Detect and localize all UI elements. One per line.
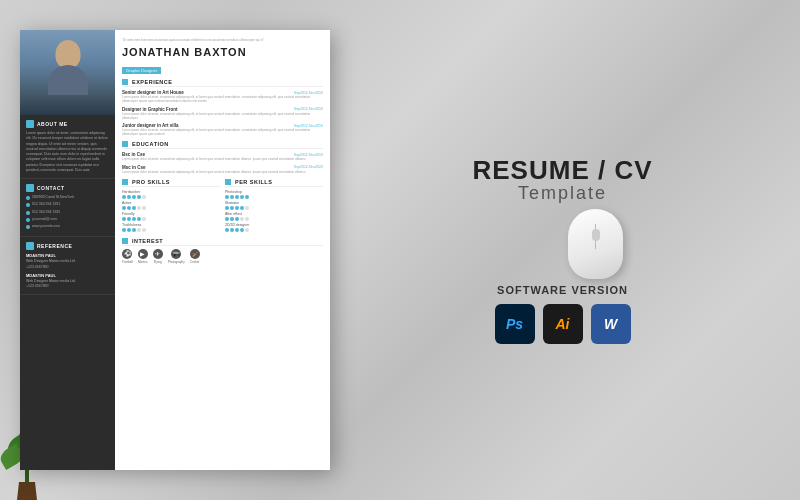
per-skills-col: PER SKILLS Photoshop Illustrato — [225, 179, 323, 234]
edu1-desc: Lorem ipsum dolor sit amet, consectetur … — [122, 157, 323, 161]
contact-website-text: www.yoursite.com — [32, 224, 60, 229]
dot — [230, 195, 234, 199]
dot — [142, 228, 146, 232]
dot — [127, 217, 131, 221]
dot — [122, 206, 126, 210]
cv-sidebar: ABOUT ME Lorem ipsum dolor sit amet, con… — [20, 30, 115, 470]
dot — [122, 195, 126, 199]
interest-1-label: Football — [122, 260, 133, 264]
pro-skill-4-dots — [122, 228, 220, 232]
skills-row: PRO SKILLS Hardworker Active — [122, 179, 323, 234]
pro-skill-2-dots — [122, 206, 220, 210]
per-skill-4-name: 2D/3D designer — [225, 223, 323, 227]
interest-row: ⚽ Football ▶ Movies ✈ Flying 📷 Photograp… — [122, 249, 323, 264]
dot — [225, 206, 229, 210]
title-block: RESUME / CV Template — [472, 157, 652, 204]
cv-document: ABOUT ME Lorem ipsum dolor sit amet, con… — [20, 30, 330, 470]
software-icons: Ps Ai W — [495, 304, 631, 344]
photo-icon: 📷 — [171, 249, 181, 259]
interest-3-label: Flying — [154, 260, 162, 264]
contact-email: your.mail@.com — [26, 217, 109, 222]
interest-item-3: ✈ Flying — [153, 249, 163, 264]
contact-phone2-text: 012 304 394 3335 — [32, 210, 60, 215]
interest-item-5: 🏏 Cricket — [190, 249, 200, 264]
dot — [245, 228, 249, 232]
interest-item-1: ⚽ Football — [122, 249, 133, 264]
per-skill-3-dots — [225, 217, 323, 221]
dot — [245, 195, 249, 199]
education-header: EDUCATION — [122, 141, 323, 149]
contact-phone1: 012 304 394 3291 — [26, 202, 109, 207]
flying-icon: ✈ — [153, 249, 163, 259]
ps-abbr: Ps — [506, 316, 523, 332]
exp1-desc: Lorem ipsum dolor sit amet, consectetur … — [122, 95, 323, 103]
dot — [225, 217, 229, 221]
pro-skill-3-name: Friendly — [122, 212, 220, 216]
cv-name: JONATHAN BAXTON — [122, 46, 323, 58]
dot — [132, 206, 136, 210]
interest-2-label: Movies — [138, 260, 148, 264]
main-content: ABOUT ME Lorem ipsum dolor sit amet, con… — [0, 0, 800, 500]
sidebar-about: ABOUT ME Lorem ipsum dolor sit amet, con… — [20, 115, 115, 179]
edu-item-2: Msc in Cse Sep2012-Nov2020 Lorem ipsum d… — [122, 165, 323, 174]
contact-dot-4 — [26, 218, 30, 222]
mouse-body — [568, 209, 623, 279]
about-title-row: ABOUT ME — [26, 120, 109, 128]
dot — [137, 195, 141, 199]
cv-photo-person — [20, 30, 115, 115]
w-abbr: W — [604, 316, 617, 332]
dot — [137, 217, 141, 221]
ref-item-1: MDASTIN PAUL Web Designer Matrix media L… — [26, 253, 109, 270]
dot — [137, 206, 141, 210]
exp-item-2: Designer in Graphic Front Sep2012-Nov201… — [122, 107, 323, 120]
ref-icon — [26, 242, 34, 250]
per-skill-2-dots — [225, 206, 323, 210]
dot — [245, 217, 249, 221]
pro-skill-4: Truthfulness — [122, 223, 220, 232]
cv-photo — [20, 30, 115, 115]
software-section: SOFTWARE VERSION Ps Ai W — [495, 284, 631, 344]
edu2-date: Sep2012-Nov2020 — [294, 165, 323, 169]
exp3-desc: Lorem ipsum dolor sit amet, consectetur … — [122, 128, 323, 136]
exp-item-1: Senior designer in Art House Sep2012-Nov… — [122, 90, 323, 103]
dot — [132, 228, 136, 232]
exp2-desc: Lorem ipsum dolor sit amet, consectetur … — [122, 112, 323, 120]
per-skill-4: 2D/3D designer — [225, 223, 323, 232]
contact-address: 580/900 Canal St,NewYork — [26, 195, 109, 200]
pro-skill-3-dots — [122, 217, 220, 221]
contact-dot-1 — [26, 196, 30, 200]
ai-abbr: Ai — [556, 316, 570, 332]
contact-website: www.yoursite.com — [26, 224, 109, 229]
template-subtitle: Template — [472, 183, 652, 204]
dot — [230, 217, 234, 221]
football-icon: ⚽ — [122, 249, 132, 259]
dot — [240, 217, 244, 221]
cv-quote: "Ut meis meis hornoena accumsan quas acc… — [122, 38, 323, 42]
interest-icon — [122, 238, 128, 244]
edu2-desc: Lorem ipsum dolor sit amet, consectetur … — [122, 170, 323, 174]
cricket-icon: 🏏 — [190, 249, 200, 259]
dot — [132, 217, 136, 221]
per-skill-1-dots — [225, 195, 323, 199]
dot — [142, 195, 146, 199]
contact-title-row: CONTACT — [26, 184, 109, 192]
per-skill-4-dots — [225, 228, 323, 232]
right-panel: RESUME / CV Template SOFTWARE VERSION Ps… — [345, 142, 780, 359]
contact-dot-3 — [26, 211, 30, 215]
sidebar-reference: REFERENCE MDASTIN PAUL Web Designer Matr… — [20, 237, 115, 295]
software-title: SOFTWARE VERSION — [495, 284, 631, 296]
dot — [240, 228, 244, 232]
pro-skills-icon — [122, 179, 128, 185]
education-label: EDUCATION — [132, 141, 169, 147]
dot — [142, 217, 146, 221]
dot — [225, 195, 229, 199]
per-skill-3: After effect — [225, 212, 323, 221]
exp1-date: Sep2012-Nov2016 — [294, 91, 323, 95]
dot — [240, 195, 244, 199]
pro-skill-3: Friendly — [122, 212, 220, 221]
interest-label: INTEREST — [132, 238, 163, 244]
education-section: EDUCATION Bsc in Cse Sep2012-Nov2019 Lor… — [122, 141, 323, 173]
dot — [235, 228, 239, 232]
photoshop-icon: Ps — [495, 304, 535, 344]
pro-skills-col: PRO SKILLS Hardworker Active — [122, 179, 220, 234]
